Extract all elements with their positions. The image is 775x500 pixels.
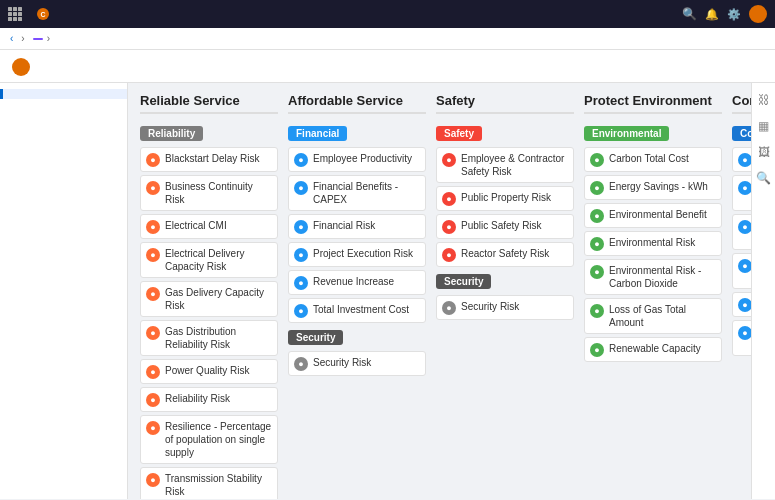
table-tool-icon[interactable]: ▦ bbox=[755, 117, 773, 135]
risk-label: Security Risk bbox=[313, 356, 371, 369]
risk-label: Financial Risk bbox=[313, 219, 375, 232]
risk-label: Transmission Stability Risk bbox=[165, 472, 272, 498]
risk-item[interactable]: ●Energy Savings - kWh bbox=[584, 175, 722, 200]
sidebar-item-reliable[interactable] bbox=[0, 99, 127, 109]
risk-item[interactable]: ●Renewable Capacity bbox=[584, 337, 722, 362]
cat-badge-2-0: Safety bbox=[436, 126, 482, 141]
risk-item[interactable]: ●Gas Delivery Capacity Risk bbox=[140, 281, 278, 317]
sidebar-item-community[interactable] bbox=[0, 139, 127, 149]
risk-item[interactable]: ●Financial Benefits - CAPEX bbox=[288, 175, 426, 211]
risk-item[interactable]: ●Employee Wellness Benefit bbox=[732, 214, 751, 250]
risk-label: Power Quality Risk bbox=[165, 364, 249, 377]
sidebar-item-safety[interactable] bbox=[0, 119, 127, 129]
user-avatar[interactable] bbox=[749, 5, 767, 23]
grid-icon[interactable] bbox=[8, 7, 22, 21]
column-4: Community RelationsCommunity Relations●C… bbox=[732, 93, 751, 489]
top-nav: C 🔍 🔔 ⚙️ bbox=[0, 0, 775, 28]
risk-icon: ● bbox=[442, 153, 456, 167]
risk-item[interactable]: ●Security Risk bbox=[288, 351, 426, 376]
risk-label: Public Property Risk bbox=[461, 191, 551, 204]
risk-item[interactable]: ●Electrical Delivery Capacity Risk bbox=[140, 242, 278, 278]
column-title-3: Protect Environment bbox=[584, 93, 722, 114]
cat-badge-4-0: Community Relations bbox=[732, 126, 751, 141]
risk-item[interactable]: ●Public Property Risk bbox=[436, 186, 574, 211]
risk-item[interactable]: ●Regulatory & Compliance Risk bbox=[732, 320, 751, 356]
risk-label: Loss of Gas Total Amount bbox=[609, 303, 716, 329]
sidebar-item-affordable[interactable] bbox=[0, 109, 127, 119]
image-tool-icon[interactable]: 🖼 bbox=[755, 143, 773, 161]
risk-icon: ● bbox=[590, 181, 604, 195]
breadcrumb: ‹ › › bbox=[0, 28, 775, 50]
breadcrumb-sep: › bbox=[21, 33, 24, 44]
risk-label: Reactor Safety Risk bbox=[461, 247, 549, 260]
risk-icon: ● bbox=[590, 304, 604, 318]
risk-item[interactable]: ●Loss of Gas Total Amount bbox=[584, 298, 722, 334]
risk-icon: ● bbox=[590, 209, 604, 223]
risk-label: Electrical CMI bbox=[165, 219, 227, 232]
risk-item[interactable]: ●Business Continuity Risk bbox=[140, 175, 278, 211]
risk-icon: ● bbox=[442, 192, 456, 206]
risk-item[interactable]: ●Electrical CMI bbox=[140, 214, 278, 239]
sidebar-item-all[interactable] bbox=[0, 89, 127, 99]
column-title-0: Reliable Service bbox=[140, 93, 278, 114]
risk-item[interactable]: ●Transmission Stability Risk bbox=[140, 467, 278, 499]
risk-label: Environmental Benefit bbox=[609, 208, 707, 221]
search-tool-icon[interactable]: 🔍 bbox=[755, 169, 773, 187]
sidebar-item-environment[interactable] bbox=[0, 129, 127, 139]
risk-icon: ● bbox=[442, 220, 456, 234]
risk-item[interactable]: ●Gas Distribution Reliability Risk bbox=[140, 320, 278, 356]
link-tool-icon[interactable]: ⛓ bbox=[755, 91, 773, 109]
risk-item[interactable]: ●Compliance Risk bbox=[732, 147, 751, 172]
risk-icon: ● bbox=[442, 248, 456, 262]
risk-item[interactable]: ●Resilience - Percentage of population o… bbox=[140, 415, 278, 464]
risk-item[interactable]: ●Revenue Increase bbox=[288, 270, 426, 295]
risk-icon: ● bbox=[590, 265, 604, 279]
risk-icon: ● bbox=[294, 248, 308, 262]
chevron-left-icon: ‹ bbox=[10, 33, 13, 44]
cat-badge-1-0: Financial bbox=[288, 126, 347, 141]
risk-item[interactable]: ●Power Quality Risk bbox=[140, 359, 278, 384]
risk-label: Business Continuity Risk bbox=[165, 180, 272, 206]
risk-icon: ● bbox=[146, 220, 160, 234]
bell-icon[interactable]: 🔔 bbox=[705, 8, 719, 21]
risk-item[interactable]: ●Project Execution Risk bbox=[288, 242, 426, 267]
risk-label: Gas Distribution Reliability Risk bbox=[165, 325, 272, 351]
risk-item[interactable]: ●Employee Productivity bbox=[288, 147, 426, 172]
risk-item[interactable]: ●Public Safety Risk bbox=[436, 214, 574, 239]
risk-item[interactable]: ●Financial Risk bbox=[288, 214, 426, 239]
risk-item[interactable]: ●Customer Service Benefit bbox=[732, 175, 751, 211]
risk-icon: ● bbox=[146, 393, 160, 407]
risk-item[interactable]: ●Security Risk bbox=[436, 295, 574, 320]
risk-icon: ● bbox=[738, 181, 751, 195]
column-title-1: Affordable Service bbox=[288, 93, 426, 114]
risk-icon: ● bbox=[146, 181, 160, 195]
risk-item[interactable]: ●Environmental Benefit bbox=[584, 203, 722, 228]
risk-label: Security Risk bbox=[461, 300, 519, 313]
risk-item[interactable]: ●Blackstart Delay Risk bbox=[140, 147, 278, 172]
risk-icon: ● bbox=[294, 181, 308, 195]
risk-item[interactable]: ●Total Investment Cost bbox=[288, 298, 426, 323]
risk-item[interactable]: ●Reliability Risk bbox=[140, 387, 278, 412]
risk-icon: ● bbox=[738, 259, 751, 273]
settings-icon[interactable]: ⚙️ bbox=[727, 8, 741, 21]
risk-icon: ● bbox=[146, 153, 160, 167]
risk-item[interactable]: ●Public Perception Benefit bbox=[732, 253, 751, 289]
risk-icon: ● bbox=[294, 276, 308, 290]
risk-icon: ● bbox=[738, 220, 751, 234]
risk-label: Blackstart Delay Risk bbox=[165, 152, 259, 165]
cat-badge-3-0: Environmental bbox=[584, 126, 669, 141]
column-3: Protect EnvironmentEnvironmental●Carbon … bbox=[584, 93, 722, 489]
risk-item[interactable]: ●Carbon Total Cost bbox=[584, 147, 722, 172]
nav-right: 🔍 🔔 ⚙️ bbox=[682, 5, 767, 23]
risk-label: Employee Productivity bbox=[313, 152, 412, 165]
risk-item[interactable]: ●Environmental Risk bbox=[584, 231, 722, 256]
risk-item[interactable]: ●Environmental Risk - Carbon Dioxide bbox=[584, 259, 722, 295]
risk-icon: ● bbox=[294, 357, 308, 371]
risk-item[interactable]: ●Employee & Contractor Safety Risk bbox=[436, 147, 574, 183]
risk-item[interactable]: ●Public Perception Risk bbox=[732, 292, 751, 317]
risk-label: Reliability Risk bbox=[165, 392, 230, 405]
search-icon[interactable]: 🔍 bbox=[682, 7, 697, 21]
risk-icon: ● bbox=[146, 287, 160, 301]
column-title-4: Community Relations bbox=[732, 93, 751, 114]
risk-item[interactable]: ●Reactor Safety Risk bbox=[436, 242, 574, 267]
